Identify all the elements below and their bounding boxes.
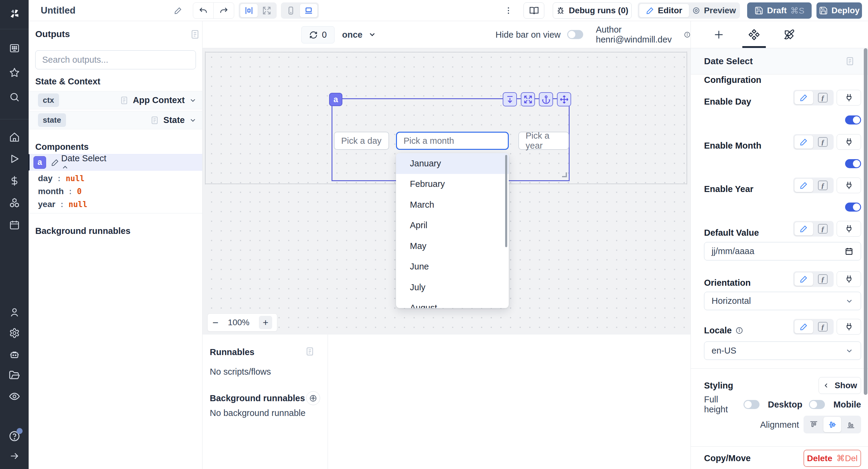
anchor-button[interactable] xyxy=(539,92,553,106)
panel-doc-icon[interactable] xyxy=(190,29,200,40)
chevron-down-icon[interactable] xyxy=(189,116,197,124)
output-value-row[interactable]: month:0 xyxy=(38,187,82,196)
locale-select[interactable]: en-US xyxy=(704,342,861,360)
panel-scrollbar[interactable] xyxy=(864,48,867,395)
dropdown-scrollbar[interactable] xyxy=(505,155,507,247)
collapse-arrow-icon[interactable] xyxy=(9,450,20,462)
connect-plug-button[interactable] xyxy=(837,90,861,105)
help-icon[interactable] xyxy=(8,430,21,442)
calendar-icon[interactable] xyxy=(844,247,854,256)
align-top-button[interactable] xyxy=(805,417,823,432)
info-icon[interactable] xyxy=(735,326,743,334)
enable-day-toggle[interactable] xyxy=(845,116,861,124)
more-menu-icon[interactable] xyxy=(504,6,513,15)
expand-down-button[interactable] xyxy=(503,92,517,106)
desktop-view-button[interactable] xyxy=(300,4,318,18)
apps-icon[interactable] xyxy=(9,43,20,54)
refresh-mode-dropdown[interactable]: once xyxy=(342,30,376,39)
windmill-logo-icon[interactable] xyxy=(7,7,22,21)
edit-title-icon[interactable] xyxy=(174,6,182,15)
mobile-view-button[interactable] xyxy=(282,4,300,18)
move-button[interactable] xyxy=(557,92,571,106)
variables-icon[interactable] xyxy=(9,176,20,186)
panel-doc-icon[interactable] xyxy=(305,346,315,357)
pencil-mode-button[interactable] xyxy=(795,135,813,149)
fullsize-button[interactable] xyxy=(521,92,535,106)
pencil-mode-button[interactable] xyxy=(795,91,813,104)
resize-handle[interactable] xyxy=(562,173,567,177)
folders-icon[interactable] xyxy=(9,370,20,381)
year-input[interactable]: Pick a year xyxy=(518,132,569,150)
deploy-button[interactable]: Deploy xyxy=(816,2,862,19)
delete-component-button[interactable]: Delete ⌘Del xyxy=(804,450,861,467)
chevron-up-icon[interactable] xyxy=(61,163,106,171)
desktop-toggle[interactable] xyxy=(809,400,825,409)
undo-button[interactable] xyxy=(193,3,213,19)
enable-year-toggle[interactable] xyxy=(845,202,861,212)
default-value-date-input[interactable]: jj/mm/aaaa xyxy=(704,242,861,260)
month-option[interactable]: July xyxy=(396,277,509,298)
pencil-mode-button[interactable] xyxy=(795,179,813,192)
month-option[interactable]: April xyxy=(396,215,509,236)
redo-button[interactable] xyxy=(214,3,234,19)
zoom-in-button[interactable]: + xyxy=(259,316,272,329)
month-option[interactable]: June xyxy=(396,256,509,277)
enable-month-toggle[interactable] xyxy=(845,159,861,168)
output-value-row[interactable]: day:null xyxy=(38,174,85,183)
refresh-counter[interactable]: 0 xyxy=(301,26,335,43)
month-option[interactable]: May xyxy=(396,236,509,256)
docs-button[interactable] xyxy=(524,2,544,19)
fx-mode-button[interactable]: ƒ xyxy=(813,137,832,147)
month-option[interactable]: January xyxy=(396,153,509,174)
connect-plug-button[interactable] xyxy=(837,134,861,150)
component-row-a[interactable]: a Date Select xyxy=(29,154,202,170)
ctx-row[interactable]: ctx App Context xyxy=(29,91,202,110)
pencil-mode-button[interactable] xyxy=(795,320,813,333)
resources-icon[interactable] xyxy=(9,197,20,209)
styling-tab[interactable] xyxy=(783,29,795,40)
show-styling-button[interactable]: Show xyxy=(818,377,861,394)
star-icon[interactable] xyxy=(9,67,20,78)
app-title[interactable]: Untitled xyxy=(41,5,75,16)
center-layout-button[interactable] xyxy=(240,4,258,18)
month-option[interactable]: March xyxy=(396,194,509,215)
search-icon[interactable] xyxy=(9,92,20,102)
month-option[interactable]: August xyxy=(396,298,509,308)
debug-runs-button[interactable]: Debug runs (0) xyxy=(553,2,632,19)
fullscreen-layout-button[interactable] xyxy=(258,4,276,18)
fx-mode-button[interactable]: ƒ xyxy=(813,274,832,284)
full-height-toggle[interactable] xyxy=(744,400,760,409)
connect-plug-button[interactable] xyxy=(837,319,861,335)
settings-gear-icon[interactable] xyxy=(9,327,20,339)
panel-doc-icon[interactable] xyxy=(845,56,855,67)
state-row[interactable]: state State xyxy=(29,111,202,129)
fx-mode-button[interactable]: ƒ xyxy=(813,224,832,233)
insert-component-tab[interactable] xyxy=(713,29,724,40)
connect-plug-button[interactable] xyxy=(837,178,861,193)
connect-plug-button[interactable] xyxy=(837,271,861,287)
connect-plug-button[interactable] xyxy=(837,221,861,237)
orientation-select[interactable]: Horizontal xyxy=(704,292,861,310)
search-outputs-input[interactable]: Search outputs... xyxy=(35,50,196,69)
hide-bar-toggle[interactable] xyxy=(567,30,583,39)
zoom-out-button[interactable]: − xyxy=(213,317,218,329)
align-center-button[interactable] xyxy=(824,417,841,432)
fx-mode-button[interactable]: ƒ xyxy=(813,322,832,332)
pencil-mode-button[interactable] xyxy=(795,273,813,286)
component-tag[interactable]: a xyxy=(329,93,342,106)
info-icon[interactable] xyxy=(684,30,690,39)
home-icon[interactable] xyxy=(9,132,20,143)
schedules-icon[interactable] xyxy=(9,219,20,230)
workers-icon[interactable] xyxy=(9,349,20,361)
rename-component-icon[interactable] xyxy=(49,156,61,168)
app-canvas[interactable]: a Pick a day Pick a month Pick a year Ja… xyxy=(203,48,690,335)
month-option[interactable]: February xyxy=(396,174,509,195)
chevron-down-icon[interactable] xyxy=(189,96,197,104)
pencil-mode-button[interactable] xyxy=(795,222,813,236)
draft-button[interactable]: Draft ⌘S xyxy=(747,2,812,19)
month-input[interactable]: Pick a month xyxy=(396,132,509,150)
output-value-row[interactable]: year:null xyxy=(38,199,87,209)
day-input[interactable]: Pick a day xyxy=(334,132,389,150)
align-bottom-button[interactable] xyxy=(842,417,860,432)
user-icon[interactable] xyxy=(9,307,20,318)
